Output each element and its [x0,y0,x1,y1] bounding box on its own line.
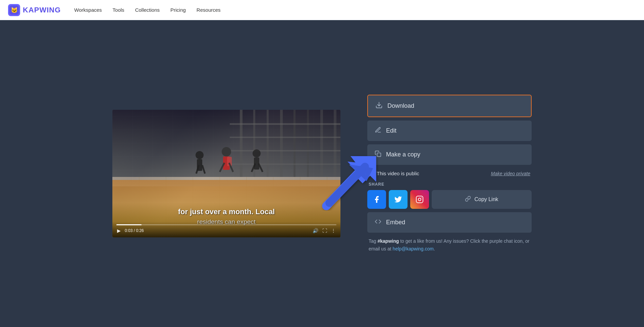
video-container: for just over a month. Local residents c… [112,110,340,237]
controls-right: 🔊 ⛶ ⋮ [312,227,336,234]
svg-rect-26 [320,110,323,177]
main-content: for just over a month. Local residents c… [0,20,644,327]
lock-icon [369,170,374,177]
privacy-row: This video is public Make video private [367,168,532,179]
navbar-links: Workspaces Tools Collections Pricing Res… [74,7,220,13]
instagram-button[interactable] [410,190,429,209]
svg-rect-28 [230,123,340,125]
time-display: 0:03 / 0:26 [125,228,309,233]
video-controls: ▶ 0:03 / 0:26 🔊 ⛶ [112,222,340,237]
svg-point-32 [196,151,204,159]
embed-label: Embed [386,219,405,226]
copy-icon [375,150,381,159]
download-button[interactable]: Download [367,95,532,117]
more-button[interactable]: ⋮ [330,227,336,234]
svg-rect-30 [230,150,340,151]
nav-collections[interactable]: Collections [135,7,160,13]
svg-point-41 [253,149,261,157]
share-row: Copy Link [367,190,532,209]
edit-label: Edit [386,127,396,134]
svg-rect-22 [267,110,269,177]
tag-text-before: Tag [369,238,377,244]
progress-bar[interactable] [116,224,336,225]
play-button[interactable]: ▶ [116,227,121,234]
nav-workspaces[interactable]: Workspaces [74,7,102,13]
link-icon [465,196,471,203]
embed-icon [375,218,381,227]
facebook-button[interactable] [367,190,386,209]
tag-hashtag: #kapwing [377,238,399,244]
svg-rect-51 [416,196,423,203]
edit-icon [375,127,381,135]
nav-resources[interactable]: Resources [197,7,221,13]
make-copy-label: Make a copy [386,151,420,158]
fullscreen-button[interactable]: ⛶ [322,227,328,234]
logo-text: KAPWING [23,6,61,14]
fullscreen-icon: ⛶ [322,228,327,233]
time-current: 0:03 [125,228,132,233]
controls-row: ▶ 0:03 / 0:26 🔊 ⛶ [116,227,336,234]
privacy-text: This video is public [377,171,419,176]
nav-pricing[interactable]: Pricing [170,7,186,13]
svg-rect-49 [377,153,381,157]
logo-link[interactable]: 🐱 KAPWING [8,4,61,16]
svg-rect-24 [293,110,296,177]
copy-link-label: Copy Link [474,196,498,202]
volume-icon: 🔊 [313,228,318,233]
svg-marker-46 [347,161,367,180]
tag-period: . [434,246,435,251]
twitter-button[interactable] [389,190,408,209]
video-subtitle-1: for just over a month. Local [112,207,340,217]
play-icon: ▶ [117,228,121,233]
svg-rect-29 [230,137,340,138]
copy-link-button[interactable]: Copy Link [432,190,532,209]
time-total: 0:26 [136,228,144,233]
video-player: for just over a month. Local residents c… [112,110,340,237]
more-icon: ⋮ [331,228,336,233]
svg-rect-25 [307,110,309,177]
logo-icon: 🐱 [8,4,20,16]
tag-line: Tag #kapwing to get a like from us! Any … [367,236,532,252]
share-label: SHARE [367,182,532,187]
download-label: Download [387,102,414,109]
edit-button[interactable]: Edit [367,121,532,141]
tag-email-link[interactable]: help@kapwing.com [393,246,434,251]
privacy-left: This video is public [369,170,419,177]
progress-fill [116,224,142,225]
navbar: 🐱 KAPWING Workspaces Tools Collections P… [0,0,644,20]
svg-rect-20 [240,110,243,177]
svg-text:🐱: 🐱 [11,7,18,14]
svg-rect-27 [334,110,336,177]
svg-rect-50 [369,173,373,175]
embed-button[interactable]: Embed [367,212,532,233]
right-panel: Download Edit Make a copy [367,95,532,252]
nav-tools[interactable]: Tools [113,7,124,13]
make-private-link[interactable]: Make video private [491,171,530,176]
svg-rect-31 [230,164,340,165]
svg-rect-23 [280,110,283,177]
download-icon [375,101,383,110]
svg-point-36 [222,147,231,156]
make-copy-button[interactable]: Make a copy [367,144,532,165]
volume-button[interactable]: 🔊 [312,227,319,234]
